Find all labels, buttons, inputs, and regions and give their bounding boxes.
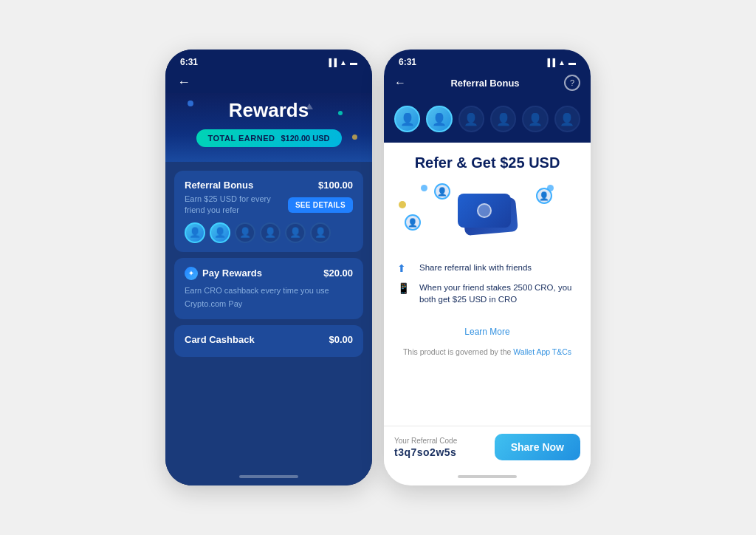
referral-avatars-left: 👤 👤 👤 👤 👤 👤 xyxy=(185,222,353,243)
app-container: 6:31 ▐▐ ▲ ▬ ← Rewards TOTAL EARNED $120.… xyxy=(165,50,591,485)
avatar-4: 👤 xyxy=(260,222,281,243)
person-icon-6: 👤 xyxy=(315,227,326,238)
battery-icon: ▬ xyxy=(350,58,357,67)
card-logo xyxy=(477,203,492,218)
float-person-2: 👤 xyxy=(405,214,421,231)
left-status-bar: 6:31 ▐▐ ▲ ▬ xyxy=(165,50,372,70)
cashback-title: Card Cashback xyxy=(185,334,255,345)
referral-amount: $100.00 xyxy=(318,180,353,191)
avatar-6: 👤 xyxy=(310,222,331,243)
person-icon-2: 👤 xyxy=(214,227,226,238)
refer-title-section: Refer & Get $25 USD xyxy=(384,143,591,177)
right-back-button[interactable]: ← xyxy=(394,76,406,89)
ref-person-3: 👤 xyxy=(464,112,478,126)
ref-person-2: 👤 xyxy=(432,112,447,126)
referral-avatars-bar: 👤 👤 👤 👤 👤 👤 xyxy=(384,98,591,143)
see-details-button[interactable]: SEE DETAILS xyxy=(288,197,353,213)
ref-avatar-1: 👤 xyxy=(394,106,420,132)
referral-code-value: t3q7so2w5s xyxy=(394,446,457,458)
avatar-1: 👤 xyxy=(185,222,205,243)
person-icon-3: 👤 xyxy=(239,227,251,238)
card-front xyxy=(458,194,511,228)
right-scroll-content: Refer & Get $25 USD 👤 👤 👤 xyxy=(384,143,591,426)
ref-person-1: 👤 xyxy=(400,112,415,126)
float-dot-1 xyxy=(421,185,427,191)
ref-avatar-2: 👤 xyxy=(426,106,452,132)
left-time: 6:31 xyxy=(180,57,198,67)
share-icon: ⬆ xyxy=(397,262,412,274)
rewards-title: Rewards xyxy=(177,99,360,122)
governance-text: This product is governed by the Wallet A… xyxy=(384,344,591,365)
float-person-1: 👤 xyxy=(434,183,450,200)
referral-title: Referral Bonus xyxy=(185,180,253,191)
right-phone: 6:31 ▐▐ ▲ ▬ ← Referral Bonus ? 👤 👤 xyxy=(384,50,591,485)
ref-avatar-4: 👤 xyxy=(490,106,516,132)
ref-avatar-5: 👤 xyxy=(522,106,548,132)
ref-person-4: 👤 xyxy=(496,112,511,126)
card-stack xyxy=(458,194,517,234)
right-time: 6:31 xyxy=(399,57,416,67)
person-icon-5: 👤 xyxy=(289,227,301,238)
referral-steps: ⬆ Share referral link with friends 📱 Whe… xyxy=(384,259,591,320)
total-earned-badge: TOTAL EARNED $120.00 USD xyxy=(196,129,342,147)
right-nav-title: Referral Bonus xyxy=(450,78,519,89)
learn-more-link[interactable]: Learn More xyxy=(464,327,509,337)
bottom-share-bar: Your Referral Code t3q7so2w5s Share Now xyxy=(384,426,591,468)
referral-illustration: 👤 👤 👤 xyxy=(384,177,591,259)
pay-rewards-amount: $20.00 xyxy=(323,268,353,279)
cashback-header: Card Cashback $0.00 xyxy=(185,334,353,345)
left-top-nav: ← xyxy=(165,70,372,93)
right-status-icons: ▐▐ ▲ ▬ xyxy=(545,58,576,67)
float-dot-3 xyxy=(399,201,406,208)
signal-icon: ▐▐ xyxy=(326,58,337,67)
referral-code-label: Your Referral Code xyxy=(394,437,457,445)
deco-dot-2 xyxy=(338,111,343,115)
pay-rewards-header: ✦ Pay Rewards $20.00 xyxy=(185,267,353,280)
step-2-text: When your friend stakes 2500 CRO, you bo… xyxy=(419,282,577,305)
step-1-text: Share referral link with friends xyxy=(419,262,532,273)
ref-avatar-6: 👤 xyxy=(554,106,580,132)
rewards-hero: Rewards TOTAL EARNED $120.00 USD xyxy=(165,93,372,162)
total-earned-value: $120.00 USD xyxy=(281,134,329,143)
rewards-content: Referral Bonus $100.00 Earn $25 USD for … xyxy=(165,162,372,468)
cashback-amount: $0.00 xyxy=(329,334,353,345)
person-icon-4: 👤 xyxy=(264,227,276,238)
left-status-icons: ▐▐ ▲ ▬ xyxy=(326,58,357,67)
left-home-indicator xyxy=(165,468,372,485)
left-back-button[interactable]: ← xyxy=(177,75,190,90)
person-icon-1: 👤 xyxy=(189,227,201,238)
total-earned-label: TOTAL EARNED xyxy=(208,134,275,143)
learn-more-section: Learn More xyxy=(384,320,591,344)
share-now-button[interactable]: Share Now xyxy=(495,434,580,460)
referral-step-2: 📱 When your friend stakes 2500 CRO, you … xyxy=(397,282,577,305)
left-phone: 6:31 ▐▐ ▲ ▬ ← Rewards TOTAL EARNED $120.… xyxy=(165,50,372,485)
r-signal-icon: ▐▐ xyxy=(545,58,555,67)
refer-title: Refer & Get $25 USD xyxy=(396,154,579,171)
avatar-2: 👤 xyxy=(210,222,230,243)
help-button[interactable]: ? xyxy=(564,75,580,91)
avatar-5: 👤 xyxy=(285,222,306,243)
referral-code-section: Your Referral Code t3q7so2w5s xyxy=(394,437,457,458)
float-person-3: 👤 xyxy=(536,188,552,204)
referral-step-1: ⬆ Share referral link with friends xyxy=(397,262,577,274)
right-home-bar xyxy=(458,475,517,478)
pay-rewards-desc: Earn CRO cashback every time you use Cry… xyxy=(185,286,329,308)
wifi-icon: ▲ xyxy=(340,58,347,67)
deco-dot-3 xyxy=(352,134,357,140)
card-cashback-card: Card Cashback $0.00 xyxy=(174,325,363,357)
pay-rewards-title: ✦ Pay Rewards xyxy=(185,267,262,280)
referral-desc: Earn $25 USD for every friend you refer xyxy=(185,194,273,217)
deco-dot-1 xyxy=(188,100,193,106)
referral-header: Referral Bonus $100.00 xyxy=(185,180,353,191)
deco-triangle xyxy=(306,103,313,109)
r-wifi-icon: ▲ xyxy=(558,58,566,67)
referral-row: Earn $25 USD for every friend you refer … xyxy=(185,194,353,217)
pay-rewards-card: ✦ Pay Rewards $20.00 Earn CRO cashback e… xyxy=(174,258,363,319)
referral-bonus-card: Referral Bonus $100.00 Earn $25 USD for … xyxy=(174,171,363,252)
right-top-nav: ← Referral Bonus ? xyxy=(384,70,591,98)
left-home-bar xyxy=(239,475,298,478)
right-home-indicator xyxy=(384,468,591,485)
governance-link[interactable]: Wallet App T&Cs xyxy=(513,347,571,356)
phone-icon: 📱 xyxy=(397,282,412,294)
right-status-bar: 6:31 ▐▐ ▲ ▬ xyxy=(384,50,591,70)
